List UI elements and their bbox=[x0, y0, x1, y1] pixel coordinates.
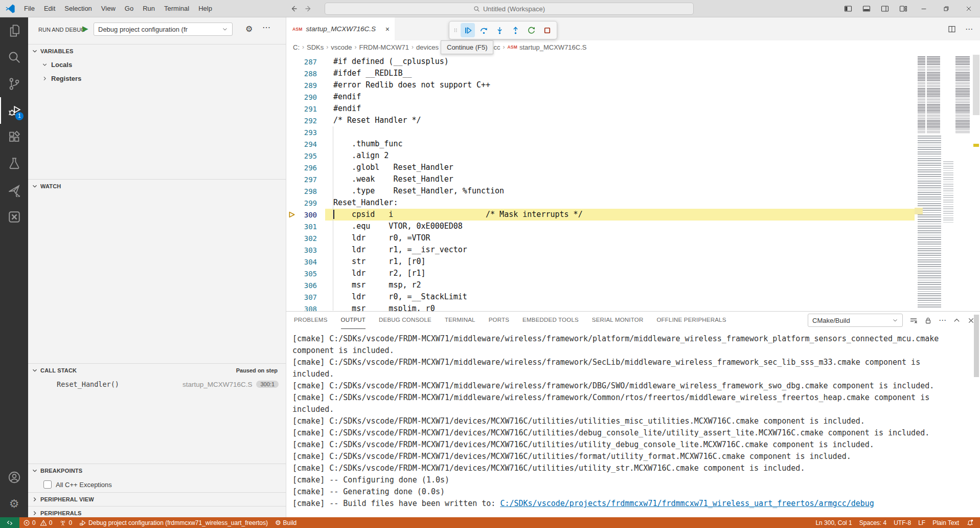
code-line[interactable]: 289#error Redlib does not support C++ bbox=[286, 79, 915, 91]
line-gutter[interactable]: 290 bbox=[286, 93, 325, 101]
breadcrumb-item[interactable]: SDKs bbox=[307, 43, 324, 51]
variables-item-locals[interactable]: Locals bbox=[28, 58, 286, 72]
panel-more-icon[interactable]: ⋯ bbox=[939, 316, 946, 325]
breadcrumb-item[interactable]: ASMstartup_MCXW716C.S bbox=[508, 43, 587, 51]
code-line[interactable]: 292/* Reset Handler */ bbox=[286, 115, 915, 126]
breakpoint-checkbox[interactable] bbox=[43, 480, 52, 489]
output-console[interactable]: [cmake] C:/SDKs/vscode/FRDM-MCXW71/middl… bbox=[286, 329, 980, 517]
sidebar-more-icon[interactable]: ⋯ bbox=[262, 23, 270, 32]
line-gutter[interactable]: 291 bbox=[286, 105, 325, 113]
toolbar-grip-icon[interactable] bbox=[452, 26, 459, 34]
maximize-panel-icon[interactable] bbox=[953, 317, 961, 324]
code-line[interactable]: 297 .weak Reset_Handler bbox=[286, 173, 915, 185]
panel-tab-output[interactable]: OUTPUT bbox=[341, 312, 366, 329]
breadcrumb[interactable]: C:›SDKs›vscode›FRDM-MCXW71›devices›MCXW7… bbox=[286, 40, 980, 54]
editor-more-icon[interactable]: ⋯ bbox=[965, 25, 973, 34]
debug-start-icon[interactable]: ▶ bbox=[82, 24, 88, 33]
line-gutter[interactable]: 289 bbox=[286, 81, 325, 90]
code-editor[interactable]: 287#if defined (__cplusplus)288#ifdef __… bbox=[286, 54, 980, 311]
command-center-search[interactable]: Untitled (Workspace) bbox=[325, 3, 694, 15]
breadcrumb-item[interactable]: C: bbox=[293, 43, 300, 51]
code-line[interactable]: 299Reset_Handler: bbox=[286, 197, 915, 209]
debug-step-out-icon[interactable] bbox=[508, 23, 522, 37]
breadcrumb-item[interactable]: vscode bbox=[331, 43, 352, 51]
line-gutter[interactable]: 288 bbox=[286, 70, 325, 78]
extensions-icon[interactable] bbox=[0, 124, 28, 150]
panel-tab-terminal[interactable]: TERMINAL bbox=[445, 312, 475, 329]
code-line[interactable]: 298 .type Reset_Handler, %function bbox=[286, 185, 915, 197]
line-gutter[interactable]: 298 bbox=[286, 187, 325, 195]
line-gutter[interactable]: 305 bbox=[286, 270, 325, 278]
notifications-bell[interactable] bbox=[963, 517, 980, 528]
line-gutter[interactable]: 304 bbox=[286, 258, 325, 266]
variables-item-registers[interactable]: Registers bbox=[28, 72, 286, 85]
code-line[interactable]: 288#ifdef __REDLIB__ bbox=[286, 68, 915, 79]
output-channel-dropdown[interactable]: CMake/Build bbox=[808, 314, 903, 327]
menu-help[interactable]: Help bbox=[194, 0, 217, 17]
variables-header[interactable]: VARIABLES bbox=[28, 45, 286, 58]
code-line[interactable]: 295 .align 2 bbox=[286, 150, 915, 162]
customize-layout-icon[interactable] bbox=[894, 0, 913, 17]
panel-tab-offline-peripherals[interactable]: OFFLINE PERIPHERALS bbox=[656, 312, 726, 329]
line-gutter[interactable]: 307 bbox=[286, 293, 325, 301]
line-gutter[interactable]: 308 bbox=[286, 305, 325, 312]
line-gutter[interactable]: 300 bbox=[286, 211, 325, 219]
minimap[interactable] bbox=[915, 54, 972, 311]
remote-indicator[interactable] bbox=[0, 517, 19, 528]
line-gutter[interactable]: 294 bbox=[286, 140, 325, 148]
menu-selection[interactable]: Selection bbox=[60, 0, 96, 17]
menu-file[interactable]: File bbox=[19, 0, 39, 17]
nav-back-icon[interactable] bbox=[289, 5, 298, 13]
split-editor-icon[interactable] bbox=[948, 25, 956, 33]
code-line[interactable]: 303 ldr r1, =__isr_vector bbox=[286, 244, 915, 256]
line-gutter[interactable]: 306 bbox=[286, 281, 325, 290]
menu-terminal[interactable]: Terminal bbox=[159, 0, 194, 17]
peripheral-view-header[interactable]: PERIPHERAL VIEW bbox=[28, 493, 286, 506]
tab-close-icon[interactable]: × bbox=[385, 25, 390, 33]
debug-step-into-icon[interactable] bbox=[492, 23, 507, 37]
code-line[interactable]: 305 ldr r2, [r1] bbox=[286, 268, 915, 279]
breakpoint-row[interactable]: All C++ Exceptions bbox=[28, 477, 286, 492]
eol-status[interactable]: LF bbox=[915, 517, 929, 528]
menu-go[interactable]: Go bbox=[120, 0, 138, 17]
code-line[interactable]: 287#if defined (__cplusplus) bbox=[286, 56, 915, 68]
panel-tab-serial-monitor[interactable]: SERIAL MONITOR bbox=[592, 312, 644, 329]
line-gutter[interactable]: 301 bbox=[286, 223, 325, 231]
peripherals-header[interactable]: PERIPHERALS bbox=[28, 507, 286, 520]
breadcrumb-item[interactable]: devices bbox=[416, 43, 439, 51]
code-line[interactable]: 304 str r1, [r0] bbox=[286, 256, 915, 268]
line-gutter[interactable]: 297 bbox=[286, 175, 325, 184]
language-mode-status[interactable]: Plain Text bbox=[929, 517, 963, 528]
line-gutter[interactable]: 293 bbox=[286, 128, 325, 137]
line-gutter[interactable]: 303 bbox=[286, 246, 325, 254]
tab-startup-asm[interactable]: ASM startup_MCXW716C.S × bbox=[286, 17, 395, 40]
breadcrumb-item[interactable]: FRDM-MCXW71 bbox=[359, 43, 409, 51]
nav-forward-icon[interactable] bbox=[305, 5, 313, 13]
code-line[interactable]: 306 msr msp, r2 bbox=[286, 279, 915, 291]
line-gutter[interactable]: 299 bbox=[286, 199, 325, 207]
code-line[interactable]: 301 .equ VTOR, 0xE000ED08 bbox=[286, 221, 915, 232]
menu-run[interactable]: Run bbox=[138, 0, 159, 17]
output-path-link[interactable]: C:/SDKs/vscode/projects/frdmmcxw71/frdmm… bbox=[500, 499, 874, 508]
window-minimize-icon[interactable] bbox=[913, 0, 935, 17]
explorer-icon[interactable] bbox=[0, 17, 28, 44]
lock-autoscroll-icon[interactable] bbox=[924, 317, 932, 324]
toggle-secondary-sidebar-icon[interactable] bbox=[876, 0, 894, 17]
nxp-tools-icon[interactable] bbox=[0, 177, 28, 204]
debug-restart-icon[interactable] bbox=[524, 23, 538, 37]
clear-output-icon[interactable] bbox=[909, 316, 918, 324]
window-restore-icon[interactable] bbox=[935, 0, 958, 17]
line-gutter[interactable]: 292 bbox=[286, 117, 325, 125]
line-gutter[interactable]: 296 bbox=[286, 164, 325, 172]
debug-stop-icon[interactable] bbox=[540, 23, 554, 37]
code-line[interactable]: 302 ldr r0, =VTOR bbox=[286, 232, 915, 244]
debug-continue-icon[interactable] bbox=[461, 23, 475, 37]
code-line[interactable]: 293 bbox=[286, 126, 915, 138]
code-line[interactable]: 300 cpsid i /* Mask interrupts */ bbox=[286, 209, 915, 221]
panel-scrollbar-thumb[interactable] bbox=[974, 315, 979, 377]
testing-flask-icon[interactable] bbox=[0, 150, 28, 177]
accounts-icon[interactable] bbox=[0, 464, 28, 491]
code-line[interactable]: 308 msr msplim, r0 bbox=[286, 303, 915, 311]
menu-view[interactable]: View bbox=[97, 0, 120, 17]
search-icon[interactable] bbox=[0, 44, 28, 71]
